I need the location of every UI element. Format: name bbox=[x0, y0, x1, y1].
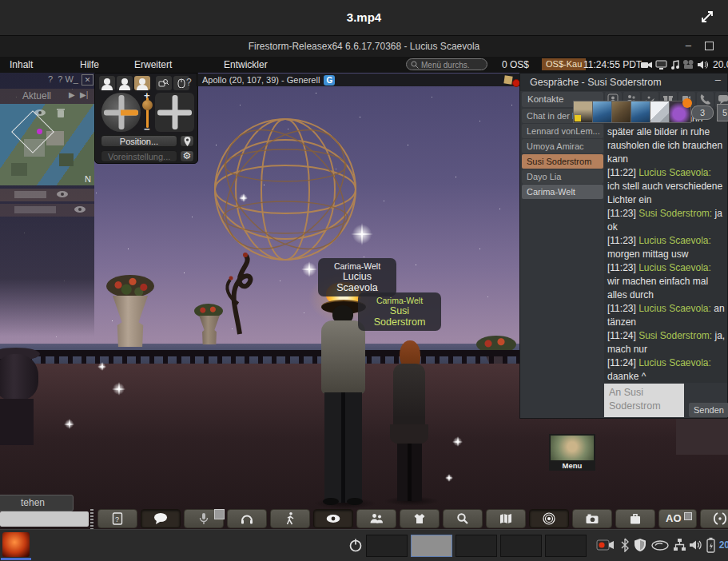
workspace-5[interactable] bbox=[545, 535, 587, 557]
chat-input[interactable]: An Susi Soderstrom bbox=[604, 384, 684, 417]
chat-message: [11:23] Lucius Scaevola: wir machen einf… bbox=[607, 261, 726, 302]
minimap[interactable]: N bbox=[0, 104, 94, 185]
bluetooth-icon[interactable] bbox=[620, 538, 630, 552]
camera-orbit-joystick[interactable] bbox=[101, 93, 141, 132]
workspace-3[interactable] bbox=[455, 535, 497, 557]
camera-settings-button[interactable]: ⚙ bbox=[180, 150, 194, 162]
eye-icon[interactable] bbox=[56, 189, 69, 199]
camera-object-view-button[interactable] bbox=[156, 76, 172, 90]
people-button[interactable] bbox=[356, 509, 396, 528]
buy-currency-button[interactable]: OS$-Kau bbox=[542, 58, 586, 70]
avatar-male-legs[interactable] bbox=[324, 392, 362, 503]
play-icon[interactable]: ▶ bbox=[69, 90, 75, 99]
preset-dropdown[interactable]: Voreinstellung... bbox=[101, 150, 177, 162]
chat-button[interactable] bbox=[141, 509, 181, 528]
chat-minimize-button[interactable]: – bbox=[715, 74, 721, 86]
chat-tab[interactable]: Umoya Amirac bbox=[522, 139, 603, 153]
avatar-male-shirt[interactable] bbox=[321, 320, 365, 394]
avatar-female-legs[interactable] bbox=[397, 444, 422, 501]
taskbar-firestorm-icon[interactable] bbox=[2, 532, 30, 557]
window-minimize-button[interactable]: – bbox=[686, 39, 691, 51]
pin-icon bbox=[184, 137, 191, 146]
hud-attachment[interactable]: Menu bbox=[549, 434, 595, 471]
nametag-susi[interactable]: Carima-Welt Susi Soderstrom bbox=[358, 292, 441, 331]
chat-tab[interactable]: Lennard vonLem... bbox=[522, 124, 603, 138]
next-icon[interactable]: ▶| bbox=[80, 90, 88, 99]
camera-help-icon[interactable]: ? bbox=[186, 77, 192, 88]
eye-icon[interactable] bbox=[74, 205, 86, 214]
camera-controls-window[interactable]: ↻ + − Position... Voreinstellung... ⚙ ? bbox=[94, 73, 198, 164]
workspace-4[interactable] bbox=[500, 535, 542, 557]
chat-tab[interactable]: Susi Soderstrom bbox=[522, 154, 603, 169]
monitor-icon[interactable] bbox=[655, 59, 667, 70]
camera-zoom-knob[interactable] bbox=[142, 100, 153, 110]
workspace-1[interactable] bbox=[366, 535, 408, 557]
toolbar-drag-handle[interactable] bbox=[90, 509, 93, 529]
nvidia-icon[interactable] bbox=[651, 540, 669, 551]
gestures-button[interactable] bbox=[700, 509, 728, 528]
world-viewport[interactable]: Carima-Welt Lucius Scaevola Carima-Welt … bbox=[0, 73, 728, 529]
camera-front-view-button[interactable] bbox=[99, 76, 115, 90]
film-camera-icon[interactable] bbox=[682, 59, 694, 70]
window-maximize-button[interactable] bbox=[705, 42, 714, 50]
conversations-window[interactable]: Gespräche - Susi Soderstrom – Kontakte C… bbox=[519, 73, 728, 419]
build-cube-icon[interactable] bbox=[503, 75, 512, 84]
zoom-minus-label[interactable]: − bbox=[144, 123, 150, 135]
chiclet-count-badge[interactable]: 3 bbox=[691, 105, 714, 120]
menu-hilfe[interactable]: Hilfe bbox=[80, 59, 99, 70]
chat-tab[interactable]: Dayo Lia bbox=[522, 169, 603, 184]
location-bar[interactable]: Apollo (20, 107, 39) - GenerellG bbox=[196, 74, 525, 86]
voice-dropdown[interactable] bbox=[214, 509, 225, 519]
chiclet-count-badge[interactable]: 5 bbox=[717, 104, 728, 121]
ao-label: AO bbox=[666, 512, 682, 524]
camera-rear-view-button[interactable] bbox=[134, 76, 150, 90]
menu-erweitert[interactable]: Erweitert bbox=[134, 59, 172, 70]
help-icon: ? bbox=[48, 74, 53, 84]
move-button[interactable] bbox=[270, 509, 310, 528]
network-icon[interactable] bbox=[673, 538, 686, 552]
chat-tab[interactable]: Carima-Welt bbox=[522, 185, 603, 199]
nametag-lucius[interactable]: Carima-Welt Lucius Scaevola bbox=[318, 258, 396, 296]
menu-inhalt[interactable]: Inhalt bbox=[10, 59, 33, 70]
fullscreen-icon[interactable] bbox=[699, 9, 715, 25]
outfit-button[interactable] bbox=[400, 509, 440, 528]
sound-button[interactable] bbox=[227, 509, 267, 528]
screen-record-icon[interactable] bbox=[596, 539, 615, 551]
stand-up-button[interactable]: tehen bbox=[0, 495, 74, 511]
workspace-2[interactable] bbox=[411, 535, 452, 557]
app-titlebar[interactable]: Firestorm-Releasex64 6.6.17.70368 - Luci… bbox=[0, 36, 728, 57]
nearby-chat-input[interactable] bbox=[0, 511, 89, 527]
minimap-window[interactable]: ? ? W_ ✕ Aktuell ▶ ▶| N bbox=[0, 73, 94, 336]
video-camera-icon[interactable] bbox=[641, 59, 653, 70]
speaker-icon[interactable] bbox=[697, 59, 709, 70]
chiclet-alert-dot bbox=[682, 98, 692, 108]
inventory-button[interactable] bbox=[615, 509, 655, 528]
location-pin-button[interactable] bbox=[180, 135, 194, 147]
send-button[interactable]: Senden bbox=[689, 403, 728, 417]
world-map-button[interactable] bbox=[486, 509, 526, 528]
volume-icon[interactable] bbox=[689, 539, 703, 551]
conversation-log-button[interactable]: ? bbox=[97, 509, 137, 528]
camera-pan-pad[interactable] bbox=[155, 93, 194, 132]
power-icon[interactable] bbox=[348, 538, 363, 553]
menu-entwickler[interactable]: Entwickler bbox=[224, 59, 268, 70]
minimap-button[interactable] bbox=[529, 509, 569, 528]
trash-icon[interactable] bbox=[56, 107, 66, 118]
eye-icon[interactable] bbox=[34, 108, 46, 117]
avatar-position-dot bbox=[37, 129, 42, 134]
snapshot-button[interactable] bbox=[572, 509, 612, 528]
im-chiclet-object[interactable] bbox=[669, 101, 691, 123]
ao-checkbox[interactable] bbox=[684, 512, 692, 520]
camera-view-button[interactable] bbox=[313, 509, 353, 528]
ao-button[interactable]: AO bbox=[658, 509, 697, 528]
search-button[interactable] bbox=[443, 509, 483, 528]
menu-search-input[interactable]: Menü durchs. bbox=[406, 58, 487, 70]
chat-messages[interactable]: kann ich nämlich dann später alle bilder… bbox=[604, 109, 727, 383]
music-note-icon[interactable] bbox=[670, 59, 682, 70]
shield-icon[interactable] bbox=[634, 538, 646, 552]
camera-side-view-button[interactable] bbox=[117, 76, 133, 90]
position-button[interactable]: Position... bbox=[101, 135, 177, 147]
battery-icon[interactable] bbox=[706, 537, 715, 553]
close-icon[interactable]: ✕ bbox=[82, 74, 93, 86]
svg-text:?: ? bbox=[115, 515, 119, 523]
